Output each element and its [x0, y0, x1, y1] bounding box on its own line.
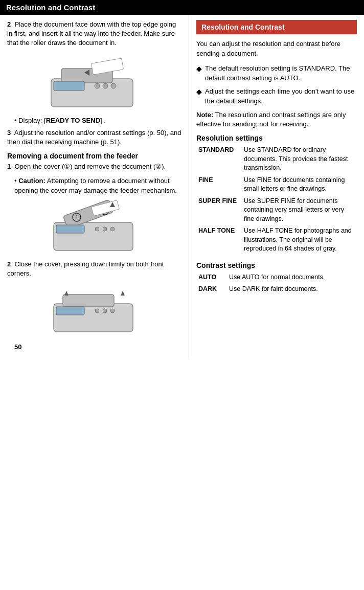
step-remove-1-text: 1 Open the cover (①) and remove the docu… — [7, 162, 181, 171]
svg-text:1: 1 — [75, 215, 78, 220]
svg-point-3 — [95, 83, 100, 88]
rc-intro: You can adjust the resolution and contra… — [196, 39, 357, 59]
display-bullet: • Display: [READY TO SEND] . — [14, 116, 181, 125]
resolution-heading: Resolution settings — [196, 134, 357, 142]
svg-point-11 — [95, 227, 99, 231]
caution-bullet: • Caution: Attempting to remove a docume… — [14, 176, 181, 195]
page-title: Resolution and Contrast — [6, 3, 95, 12]
resolution-desc: Use FINE for documents containing small … — [242, 174, 357, 195]
resolution-label: SUPER FINE — [196, 195, 242, 225]
svg-marker-27 — [121, 291, 125, 296]
contrast-table: AUTOUse AUTO for normal documents.DARKUs… — [196, 271, 357, 296]
caution-label: Caution: — [18, 177, 46, 185]
rc-section-title: Resolution and Contrast — [196, 20, 357, 34]
diamond-icon-2: ◆ — [196, 87, 202, 106]
removing-heading: Removing a document from the feeder — [7, 152, 181, 160]
resolution-table: STANDARDUse STANDARD for ordinary docume… — [196, 144, 357, 255]
fax-image-2: 1 2 — [7, 199, 181, 256]
left-column: 2 Place the document face down with the … — [0, 15, 189, 358]
svg-point-25 — [110, 309, 115, 313]
step-remove-1-number: 1 — [7, 163, 11, 170]
fax-machine-svg-1 — [46, 53, 143, 112]
page-number: 50 — [7, 341, 181, 353]
right-column: Resolution and Contrast You can adjust t… — [189, 15, 364, 358]
resolution-row: STANDARDUse STANDARD for ordinary docume… — [196, 144, 357, 174]
resolution-row: HALF TONEUse HALF TONE for photographs a… — [196, 225, 357, 255]
display-label: READY TO SEND — [46, 117, 100, 124]
diamond-icon-1: ◆ — [196, 64, 202, 83]
svg-rect-2 — [54, 81, 84, 90]
resolution-desc: Use SUPER FINE for documents containing … — [242, 195, 357, 225]
fax-image-3 — [7, 283, 181, 337]
svg-point-24 — [103, 309, 107, 313]
svg-rect-6 — [91, 58, 123, 75]
rc-bullet-1: ◆ The default resolution setting is STAN… — [196, 64, 357, 83]
step-remove-1-block: 1 Open the cover (①) and remove the docu… — [7, 162, 181, 171]
svg-point-12 — [103, 227, 107, 231]
resolution-label: FINE — [196, 174, 242, 195]
step-3-block: 3 Adjust the resolution and/or contrast … — [7, 128, 181, 147]
svg-marker-26 — [64, 291, 69, 296]
fax-image-1 — [7, 53, 181, 112]
svg-rect-22 — [56, 307, 84, 315]
resolution-row: FINEUse FINE for documents containing sm… — [196, 174, 357, 195]
fax-machine-svg-3 — [49, 283, 141, 337]
resolution-desc: Use HALF TONE for photographs and illust… — [242, 225, 357, 255]
resolution-label: HALF TONE — [196, 225, 242, 255]
svg-rect-10 — [56, 225, 84, 233]
resolution-label: STANDARD — [196, 144, 242, 174]
step-3-number: 3 — [7, 129, 11, 137]
contrast-row: DARKUse DARK for faint documents. — [196, 283, 357, 296]
resolution-desc: Use STANDARD for ordinary documents. Thi… — [242, 144, 357, 174]
contrast-heading: Contrast settings — [196, 261, 357, 269]
fax-machine-svg-2: 1 2 — [49, 199, 141, 256]
step-2-block: 2 Place the document face down with the … — [7, 20, 181, 48]
svg-rect-21 — [63, 294, 114, 307]
step-2-number: 2 — [7, 20, 11, 28]
svg-point-5 — [111, 83, 116, 88]
step-2-text: 2 Place the document face down with the … — [7, 20, 181, 48]
step-remove-2-number: 2 — [7, 260, 11, 268]
rc-note: Note: The resolution and contrast settin… — [196, 110, 357, 129]
contrast-desc: Use DARK for faint documents. — [227, 283, 357, 296]
svg-point-23 — [95, 309, 99, 313]
step-3-text: 3 Adjust the resolution and/or contrast … — [7, 128, 181, 147]
step-remove-2-block: 2 Close the cover, pressing down firmly … — [7, 260, 181, 278]
contrast-label: DARK — [196, 283, 227, 296]
svg-point-4 — [103, 83, 108, 88]
step-remove-2-text: 2 Close the cover, pressing down firmly … — [7, 260, 181, 278]
contrast-label: AUTO — [196, 271, 227, 284]
contrast-desc: Use AUTO for normal documents. — [227, 271, 357, 284]
page-header: Resolution and Contrast — [0, 0, 364, 15]
svg-point-13 — [110, 227, 115, 231]
rc-bullet-2: ◆ Adjust the settings each time you don'… — [196, 87, 357, 106]
resolution-row: SUPER FINEUse SUPER FINE for documents c… — [196, 195, 357, 225]
contrast-row: AUTOUse AUTO for normal documents. — [196, 271, 357, 284]
